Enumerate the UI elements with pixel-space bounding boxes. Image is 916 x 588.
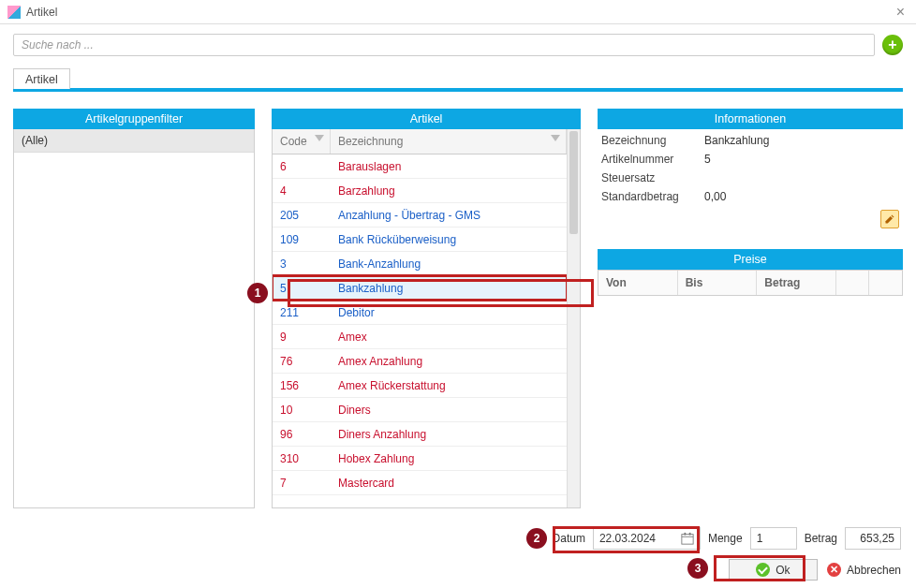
preise-panel: Preise Von Bis Betrag bbox=[598, 249, 903, 296]
cell-bezeichnung: Hobex Zahlung bbox=[331, 452, 567, 465]
info-row: Standardbetrag0,00 bbox=[601, 187, 899, 206]
pencil-icon bbox=[884, 213, 895, 225]
cell-bezeichnung: Barauslagen bbox=[331, 160, 567, 173]
table-row[interactable]: 205Anzahlung - Übertrag - GMS bbox=[273, 203, 567, 228]
table-row[interactable]: 9Amex bbox=[273, 325, 567, 349]
artikel-table: Code Bezeichnung 6Barauslagen4Barzahlung… bbox=[273, 129, 567, 507]
group-filter-item[interactable]: (Alle) bbox=[14, 129, 254, 153]
preise-header: Preise bbox=[598, 249, 903, 270]
window-close-button[interactable]: × bbox=[893, 4, 909, 21]
group-filter-panel: Artikelgruppenfilter (Alle) bbox=[13, 109, 255, 508]
table-row[interactable]: 3Bank-Anzahlung bbox=[273, 252, 567, 276]
cell-code: 10 bbox=[273, 404, 331, 417]
ok-button[interactable]: Ok bbox=[729, 559, 818, 581]
info-value: Bankzahlung bbox=[704, 134, 769, 147]
column-header-code[interactable]: Code bbox=[273, 129, 331, 154]
betrag-value: 653,25 bbox=[860, 532, 894, 545]
info-label: Standardbetrag bbox=[601, 190, 704, 203]
table-row[interactable]: 109Bank Rücküberweisung bbox=[273, 228, 567, 252]
add-button[interactable]: + bbox=[882, 35, 903, 55]
window-titlebar: Artikel × bbox=[0, 0, 916, 24]
info-label: Steuersatz bbox=[601, 171, 704, 184]
cell-bezeichnung: Diners Anzahlung bbox=[331, 428, 567, 441]
cell-code: 205 bbox=[273, 209, 331, 222]
artikel-header: Artikel bbox=[272, 109, 581, 129]
group-filter-header: Artikelgruppenfilter bbox=[13, 109, 255, 129]
table-row[interactable]: 4Barzahlung bbox=[273, 179, 567, 203]
scrollbar-thumb[interactable] bbox=[569, 131, 578, 234]
artikel-table-header: Code Bezeichnung bbox=[273, 129, 567, 154]
info-label: Bezeichnung bbox=[601, 134, 704, 147]
info-value: 0,00 bbox=[704, 190, 726, 203]
ok-label: Ok bbox=[776, 564, 790, 577]
cell-code: 211 bbox=[273, 306, 331, 319]
column-header-bezeichnung[interactable]: Bezeichnung bbox=[331, 129, 567, 154]
betrag-input[interactable]: 653,25 bbox=[845, 527, 901, 550]
tab-artikel[interactable]: Artikel bbox=[13, 68, 70, 89]
datum-label: Datum bbox=[553, 532, 585, 545]
artikel-body: Code Bezeichnung 6Barauslagen4Barzahlung… bbox=[272, 129, 581, 508]
cancel-button[interactable]: Abbrechen bbox=[827, 563, 901, 577]
betrag-label: Betrag bbox=[805, 532, 837, 545]
bottom-row-inputs: Datum 22.03.2024 Menge 1 Betrag 653,25 bbox=[15, 522, 901, 555]
datum-input[interactable]: 22.03.2024 bbox=[593, 527, 701, 550]
preise-col-betrag[interactable]: Betrag bbox=[757, 271, 836, 295]
group-filter-body: (Alle) bbox=[13, 129, 255, 508]
menge-value: 1 bbox=[757, 532, 763, 545]
info-body: BezeichnungBankzahlungArtikelnummer5Steu… bbox=[598, 129, 903, 236]
cell-bezeichnung: Amex Rückerstattung bbox=[331, 379, 567, 392]
cell-code: 5 bbox=[273, 282, 331, 295]
calendar-icon[interactable] bbox=[681, 532, 694, 545]
cancel-icon bbox=[827, 563, 841, 577]
table-row[interactable]: 156Amex Rückerstattung bbox=[273, 374, 567, 398]
cell-code: 3 bbox=[273, 257, 331, 271]
table-row[interactable]: 211Debitor bbox=[273, 301, 567, 325]
check-icon bbox=[756, 563, 770, 577]
info-row: Artikelnummer5 bbox=[601, 150, 899, 169]
info-label: Artikelnummer bbox=[601, 153, 704, 166]
info-header: Informationen bbox=[598, 109, 903, 129]
bottom-row-buttons: Ok Abbrechen bbox=[15, 555, 901, 584]
cancel-label: Abbrechen bbox=[847, 564, 901, 577]
table-row[interactable]: 76Amex Anzahlung bbox=[273, 349, 567, 374]
filter-icon[interactable] bbox=[551, 135, 560, 144]
search-input[interactable]: Suche nach ... bbox=[13, 34, 875, 56]
table-row[interactable]: 7Mastercard bbox=[273, 471, 567, 495]
cell-bezeichnung: Bank Rücküberweisung bbox=[331, 233, 567, 246]
column-header-bez-label: Bezeichnung bbox=[338, 135, 403, 148]
cell-bezeichnung: Amex Anzahlung bbox=[331, 355, 567, 368]
cell-code: 96 bbox=[273, 428, 331, 441]
cell-bezeichnung: Bankzahlung bbox=[331, 282, 567, 295]
cell-code: 4 bbox=[273, 184, 331, 198]
svg-rect-0 bbox=[682, 535, 693, 545]
cell-bezeichnung: Mastercard bbox=[331, 477, 567, 490]
tab-strip: Artikel bbox=[13, 67, 903, 92]
cell-code: 156 bbox=[273, 379, 331, 392]
app-icon bbox=[7, 6, 21, 19]
search-row: Suche nach ... + bbox=[0, 24, 916, 62]
scrollbar[interactable] bbox=[567, 129, 580, 507]
filter-icon[interactable] bbox=[315, 135, 324, 144]
main-content: Artikelgruppenfilter (Alle) Artikel Code… bbox=[0, 92, 916, 508]
cell-code: 6 bbox=[273, 160, 331, 173]
table-row[interactable]: 6Barauslagen bbox=[273, 154, 567, 179]
window-title: Artikel bbox=[26, 6, 893, 19]
cell-bezeichnung: Bank-Anzahlung bbox=[331, 257, 567, 271]
bottom-bar: Datum 22.03.2024 Menge 1 Betrag 653,25 O… bbox=[0, 522, 916, 584]
table-row[interactable]: 310Hobex Zahlung bbox=[273, 447, 567, 471]
menge-input[interactable]: 1 bbox=[750, 527, 797, 550]
table-row[interactable]: 5Bankzahlung bbox=[273, 276, 567, 301]
info-row: Steuersatz bbox=[601, 169, 899, 187]
preise-col-von[interactable]: Von bbox=[598, 271, 678, 295]
table-row[interactable]: 96Diners Anzahlung bbox=[273, 422, 567, 447]
info-row: BezeichnungBankzahlung bbox=[601, 131, 899, 150]
cell-bezeichnung: Debitor bbox=[331, 306, 567, 319]
edit-button[interactable] bbox=[880, 210, 899, 228]
preise-table-header: Von Bis Betrag bbox=[598, 270, 903, 296]
artikel-panel: Artikel Code Bezeichnung 6Barauslagen4Ba… bbox=[272, 109, 581, 508]
cell-bezeichnung: Diners bbox=[331, 404, 567, 417]
table-row[interactable]: 10Diners bbox=[273, 398, 567, 422]
svg-rect-3 bbox=[689, 533, 691, 536]
preise-col-bis[interactable]: Bis bbox=[678, 271, 758, 295]
menge-label: Menge bbox=[708, 532, 743, 545]
